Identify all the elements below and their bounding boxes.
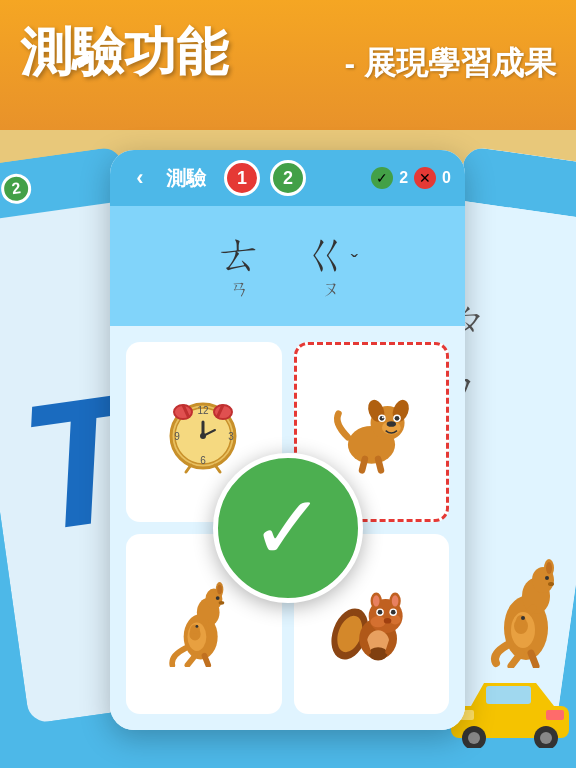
bopomofo-bottom-1: ㄢ — [231, 277, 249, 301]
svg-point-4 — [546, 562, 552, 574]
svg-point-71 — [392, 595, 399, 606]
svg-point-19 — [540, 732, 552, 744]
back-button[interactable]: ‹ — [124, 162, 156, 194]
svg-point-62 — [191, 624, 200, 633]
svg-line-35 — [186, 465, 191, 472]
svg-text:3: 3 — [228, 431, 234, 442]
page-title: 測驗功能 — [20, 18, 228, 88]
svg-point-73 — [389, 615, 400, 624]
answers-grid: 12 3 6 9 — [110, 326, 465, 730]
svg-point-78 — [384, 617, 392, 623]
svg-point-44 — [379, 415, 384, 420]
svg-point-46 — [394, 415, 399, 420]
bopomofo-top-2: ㄍˇ — [304, 231, 358, 277]
main-quiz-card: ‹ 測驗 1 2 ✓ 2 ✕ 0 ㄊ ㄢ ㄍˇ ㄡ — [110, 150, 465, 730]
svg-point-75 — [377, 609, 382, 614]
svg-line-9 — [531, 653, 536, 666]
page-subtitle: - 展現學習成果 — [344, 42, 556, 86]
svg-point-6 — [548, 582, 554, 586]
bopomofo-bottom-2: ㄡ — [322, 277, 340, 301]
back-arrow-icon: ‹ — [136, 165, 143, 191]
car-decoration — [446, 668, 576, 748]
wrong-score-icon: ✕ — [414, 167, 436, 189]
svg-text:6: 6 — [200, 455, 206, 466]
badge-1: 1 — [224, 160, 260, 196]
svg-point-13 — [521, 616, 525, 620]
svg-text:9: 9 — [174, 431, 180, 442]
correct-score: 2 — [399, 169, 408, 187]
kangaroo-decoration — [481, 558, 571, 668]
svg-rect-15 — [486, 686, 531, 704]
checkmark-circle: ✓ — [213, 453, 363, 603]
question-area: ㄊ ㄢ ㄍˇ ㄡ — [110, 206, 465, 326]
svg-text:12: 12 — [198, 405, 210, 416]
card-title: 測驗 — [166, 165, 206, 192]
question-char-2: ㄍˇ ㄡ — [304, 231, 358, 301]
score-area: ✓ 2 ✕ 0 — [371, 167, 451, 189]
svg-line-59 — [205, 655, 209, 664]
bopomofo-top-1: ㄊ — [217, 231, 264, 277]
svg-point-47 — [382, 416, 384, 418]
svg-line-58 — [188, 655, 196, 664]
svg-point-17 — [468, 732, 480, 744]
svg-point-34 — [200, 433, 206, 439]
card-header: ‹ 測驗 1 2 ✓ 2 ✕ 0 — [110, 150, 465, 206]
svg-point-42 — [386, 421, 395, 427]
svg-point-80 — [368, 647, 387, 660]
svg-point-69 — [373, 595, 380, 606]
svg-rect-21 — [546, 710, 564, 720]
correct-score-icon: ✓ — [371, 167, 393, 189]
svg-line-49 — [378, 458, 381, 469]
question-char-1: ㄊ ㄢ — [217, 231, 264, 301]
badge-left-2: 2 — [0, 171, 33, 205]
correct-checkmark-overlay: ✓ — [213, 453, 363, 603]
svg-point-5 — [545, 576, 549, 580]
svg-line-8 — [511, 653, 521, 666]
wrong-score: 0 — [442, 169, 451, 187]
svg-point-77 — [391, 609, 396, 614]
bg-bopomofo-1: ㄅ — [570, 247, 576, 301]
badge-2: 2 — [270, 160, 306, 196]
checkmark-symbol: ✓ — [250, 483, 325, 573]
svg-point-63 — [196, 624, 199, 627]
svg-point-72 — [370, 616, 385, 627]
